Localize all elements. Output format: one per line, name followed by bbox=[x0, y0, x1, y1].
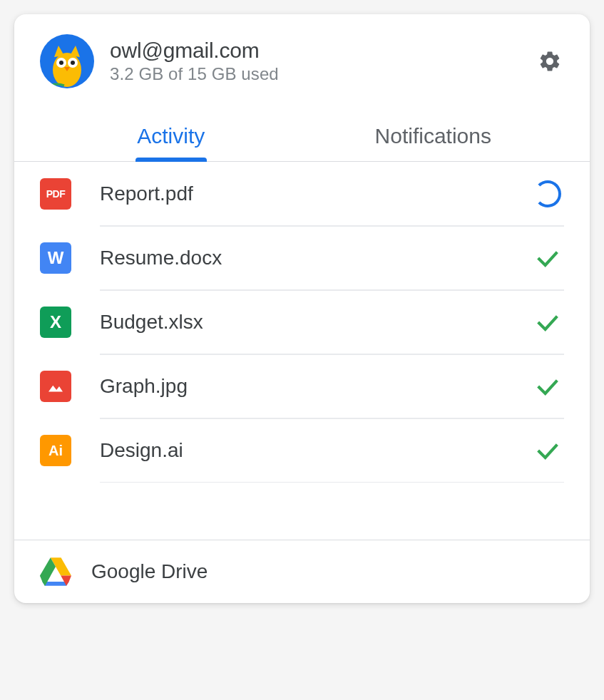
list-item[interactable]: X Budget.xlsx bbox=[40, 290, 564, 354]
file-name: Report.pdf bbox=[100, 182, 531, 205]
tab-activity[interactable]: Activity bbox=[40, 114, 302, 161]
account-header: owl@gmail.com 3.2 GB of 15 GB used bbox=[14, 14, 590, 103]
storage-usage: 3.2 GB of 15 GB used bbox=[110, 64, 536, 84]
word-icon: W bbox=[40, 242, 71, 274]
footer-drive-link[interactable]: Google Drive bbox=[14, 540, 590, 603]
avatar[interactable] bbox=[40, 34, 94, 88]
pdf-icon: PDF bbox=[40, 178, 71, 210]
file-name: Graph.jpg bbox=[100, 375, 531, 398]
gear-icon bbox=[538, 49, 562, 73]
svg-point-3 bbox=[59, 61, 63, 65]
svg-point-4 bbox=[71, 61, 75, 65]
file-name: Resume.docx bbox=[100, 247, 531, 269]
account-email: owl@gmail.com bbox=[110, 38, 536, 63]
syncing-icon bbox=[531, 177, 564, 210]
file-name: Design.ai bbox=[100, 439, 531, 462]
account-info: owl@gmail.com 3.2 GB of 15 GB used bbox=[110, 38, 536, 84]
settings-button[interactable] bbox=[536, 47, 564, 76]
list-item[interactable]: PDF Report.pdf bbox=[40, 162, 564, 226]
list-item[interactable]: Ai Design.ai bbox=[40, 418, 564, 483]
tab-label: Notifications bbox=[375, 124, 491, 148]
checkmark-icon bbox=[531, 242, 564, 274]
tab-label: Activity bbox=[137, 124, 205, 148]
footer-label: Google Drive bbox=[91, 560, 208, 583]
checkmark-icon bbox=[531, 434, 564, 467]
drive-panel: owl@gmail.com 3.2 GB of 15 GB used Activ… bbox=[14, 14, 590, 603]
google-drive-icon bbox=[40, 557, 71, 586]
image-icon bbox=[40, 371, 71, 402]
list-item[interactable]: W Resume.docx bbox=[40, 226, 564, 290]
list-item[interactable]: Graph.jpg bbox=[40, 354, 564, 418]
owl-avatar-icon bbox=[47, 43, 87, 88]
tab-bar: Activity Notifications bbox=[14, 114, 590, 162]
file-name: Budget.xlsx bbox=[100, 311, 531, 334]
file-list: PDF Report.pdf W Resume.docx X bbox=[14, 162, 590, 540]
tab-notifications[interactable]: Notifications bbox=[302, 114, 565, 161]
checkmark-icon bbox=[531, 370, 564, 403]
checkmark-icon bbox=[531, 306, 564, 339]
illustrator-icon: Ai bbox=[40, 435, 71, 466]
excel-icon: X bbox=[40, 307, 71, 338]
